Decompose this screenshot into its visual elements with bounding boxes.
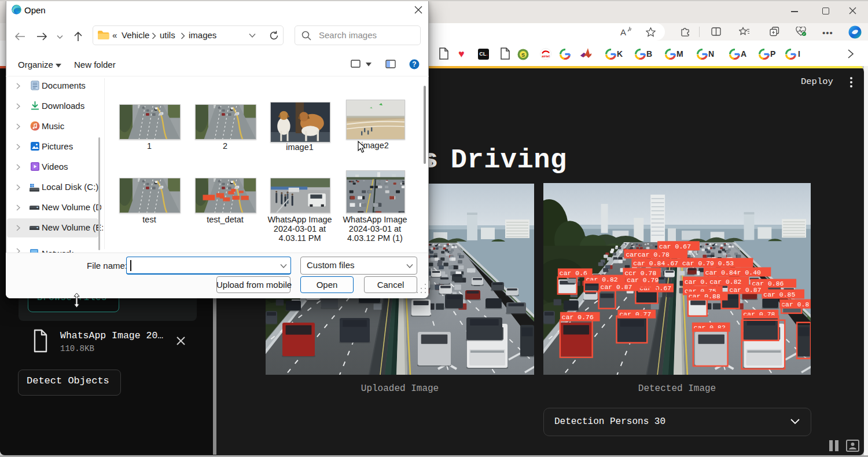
svg-text:car 0.8: car 0.8	[781, 301, 809, 308]
svg-text:S: S	[521, 52, 525, 58]
svg-text:?: ?	[412, 60, 416, 68]
svg-text:car 0.6: car 0.6	[560, 269, 587, 277]
svg-text:car 0.79 0.53: car 0.79 0.53	[682, 259, 734, 267]
svg-text:airtel: airtel	[542, 54, 550, 58]
svg-text:car 0.82: car 0.82	[694, 324, 726, 331]
svg-text:car 0.67: car 0.67	[659, 243, 691, 250]
svg-text:car 0.78: car 0.78	[744, 310, 775, 318]
svg-text:car 0.87: car 0.87	[601, 283, 632, 291]
svg-text:car 0.85: car 0.85	[763, 291, 795, 298]
svg-text:car 0.84 .67: car 0.84 .67	[633, 259, 678, 267]
svg-text:carcar 0.78: carcar 0.78	[626, 251, 670, 258]
svg-text:car 0.84r 0.40: car 0.84r 0.40	[705, 269, 761, 276]
svg-text:car 0. car 0.82: car 0. car 0.82	[685, 278, 742, 286]
svg-text:car 0.82: car 0.82	[586, 276, 618, 283]
svg-text:car 0.88: car 0.88	[689, 293, 720, 300]
